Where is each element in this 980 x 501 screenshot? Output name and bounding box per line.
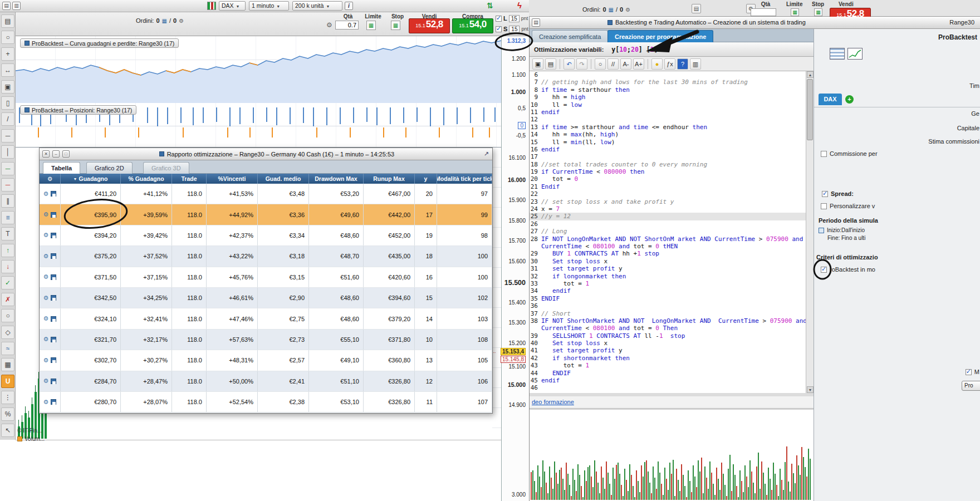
save-icon[interactable] (51, 233, 56, 238)
tab-grafico-3d[interactable]: Grafico 3D (143, 162, 189, 174)
save-icon[interactable] (51, 379, 56, 384)
zoom-icon[interactable]: ○ (1, 31, 14, 44)
symbol-dropdown[interactable]: DAX▼ (219, 1, 246, 11)
crosshair-icon[interactable]: + (1, 47, 14, 61)
column-header-3[interactable]: Trade (172, 174, 207, 184)
qty-input-clipped[interactable] (751, 8, 776, 16)
scrollbar-thumb[interactable] (807, 79, 813, 140)
arrow-down-icon[interactable]: ↓ (1, 260, 14, 273)
apply-settings-icon[interactable]: ⚙ (43, 399, 49, 406)
m-checkbox-row[interactable]: M (966, 369, 979, 375)
move-icon[interactable]: ↔ (1, 63, 14, 77)
share-icon[interactable]: ↗ (484, 150, 489, 158)
grid-icon[interactable]: ▦ (1, 358, 14, 371)
column-header-5[interactable]: Guad. medio (258, 174, 309, 184)
tab-creazione-semplificata[interactable]: Creazione semplificata (532, 30, 608, 42)
backtesting-titlebar[interactable]: ▤ Backtesting e Trading Automatico – Cre… (530, 17, 980, 29)
save-icon[interactable] (51, 212, 56, 218)
equity-thumbnail-icon[interactable] (847, 48, 863, 60)
search-icon[interactable]: ○ (595, 58, 606, 70)
apply-settings-icon[interactable]: ⚙ (43, 211, 49, 218)
polygon-tool-icon[interactable]: ◇ (1, 326, 14, 339)
units-dropdown[interactable]: 200 k unità▼ (292, 1, 342, 11)
fibonacci-icon[interactable]: ≡ (1, 211, 14, 224)
paste-icon[interactable]: ▤ (545, 58, 556, 70)
chart-style-icon[interactable] (207, 2, 216, 10)
report-titlebar[interactable]: ✕ – □ Rapporto ottimizzazione – Range30 … (40, 148, 492, 160)
parallel-lines-icon[interactable]: ∥ (1, 194, 14, 208)
price-axis[interactable]: 1.312,31.2001.1001.0000,50-0,516.10016.0… (501, 0, 529, 501)
cross-icon[interactable]: ✗ (1, 293, 14, 306)
save-icon[interactable] (51, 337, 56, 342)
probacktest-mode-checkbox-row[interactable]: roBacktest in mo (821, 266, 875, 273)
apply-settings-icon[interactable]: ⚙ (43, 232, 49, 239)
help-icon[interactable]: ? (677, 58, 688, 70)
panel-layout-icon[interactable]: ▤ (1, 14, 14, 28)
save-icon[interactable] (51, 399, 56, 405)
save-icon[interactable] (51, 191, 56, 197)
equity-panel-title[interactable]: ProBacktest – Curva guadagni e perdite: … (20, 38, 179, 48)
wrench-icon[interactable]: ⚙ (326, 21, 332, 29)
undo-icon[interactable]: ↶ (564, 58, 575, 70)
limit-order-icon[interactable]: ▦ (366, 21, 376, 30)
apply-settings-icon[interactable]: ⚙ (43, 294, 49, 302)
sell-price-button[interactable]: 15.152,8 (409, 18, 450, 33)
orders-list-icon[interactable]: ▦ (609, 7, 614, 13)
maximize-icon[interactable]: □ (62, 150, 70, 158)
save-icon[interactable] (51, 316, 56, 322)
apply-settings-icon[interactable]: ⚙ (43, 336, 49, 343)
info-icon[interactable]: i (345, 2, 353, 10)
window-split-icon[interactable]: ▥ (12, 2, 21, 10)
redo-icon[interactable]: ↷ (576, 58, 587, 70)
apply-settings-icon[interactable]: ⚙ (43, 190, 49, 198)
commission-checkbox-row[interactable]: Commissione per (821, 150, 878, 157)
stop-order-icon[interactable]: ▦ (391, 21, 400, 30)
font-increase-icon[interactable]: A+ (633, 58, 644, 70)
table-row[interactable]: ⚙€394,20+39,42%118.0+42,37%€3,34€48,60€4… (40, 225, 492, 246)
apply-settings-icon[interactable]: ⚙ (43, 357, 49, 364)
customize-checkbox[interactable] (821, 203, 827, 209)
table-row[interactable]: ⚙€280,70+28,07%118.0+52,54%€2,38€53,10€3… (40, 392, 492, 412)
horizontal-line-icon[interactable]: ─ (1, 129, 14, 143)
column-header-7[interactable]: Runup Max (364, 174, 415, 184)
customize-checkbox-row[interactable]: Personalizzare v (821, 203, 875, 209)
ellipse-tool-icon[interactable]: ○ (1, 309, 14, 322)
column-header-8[interactable]: y (415, 174, 437, 184)
text-tool-icon[interactable]: T (1, 227, 14, 240)
orders-settings-icon[interactable]: ⚙ (625, 7, 630, 13)
autoscroll-icon[interactable]: ⇅ (487, 1, 493, 10)
apply-settings-icon[interactable]: ⚙ (43, 273, 49, 281)
vertical-line-icon[interactable]: │ (1, 145, 14, 159)
volume-indicator-label[interactable]: Volum... (17, 436, 45, 442)
tab-creazione-programmazione[interactable]: Creazione per programmazione (607, 30, 713, 42)
table-row[interactable]: ⚙€342,50+34,25%118.0+46,61%€2,90€48,60€3… (40, 288, 492, 308)
code-scrollbar[interactable]: ▲ ▼ (806, 71, 814, 393)
timeframe-dropdown[interactable]: 1 minuto▼ (249, 1, 289, 11)
window-layout-icon[interactable]: ▤ (2, 2, 11, 10)
report-thumbnail-icon[interactable] (830, 48, 845, 60)
dots-icon[interactable]: ⋮ (1, 391, 14, 404)
save-icon[interactable] (51, 253, 56, 259)
comment-icon[interactable]: // (607, 58, 619, 70)
table-row[interactable]: ⚙€371,50+37,15%118.0+45,76%€3,15€51,60€4… (40, 267, 492, 288)
save-icon[interactable] (51, 357, 56, 363)
column-header-2[interactable]: % Guadagno (121, 174, 172, 184)
minimize-icon[interactable]: – (52, 150, 60, 158)
save-icon[interactable] (51, 295, 56, 301)
close-icon[interactable]: ✕ (42, 150, 50, 158)
column-header-1[interactable]: ▼Guadagno (61, 174, 121, 184)
pointer-icon[interactable]: ↖ (1, 424, 14, 437)
font-decrease-icon[interactable]: A- (620, 58, 631, 70)
spread-checkbox-row[interactable]: Spread: (822, 190, 854, 197)
spread-checkbox[interactable] (822, 191, 828, 197)
table-row[interactable]: ⚙€375,20+37,52%118.0+43,22%€3,18€48,70€4… (40, 246, 492, 267)
orders-list-icon[interactable]: ▦ (162, 18, 167, 24)
copy-icon[interactable]: ▣ (532, 58, 543, 70)
arrow-up-icon[interactable]: ↑ (1, 244, 14, 257)
hint-icon[interactable]: ● (651, 58, 663, 70)
percent-icon[interactable]: % (1, 407, 14, 421)
window-icon[interactable]: ▤ (532, 18, 540, 27)
apply-settings-icon[interactable]: ⚙ (43, 377, 49, 385)
check-icon[interactable]: ✓ (1, 276, 14, 289)
instrument-tab-dax[interactable]: DAX (819, 94, 842, 105)
